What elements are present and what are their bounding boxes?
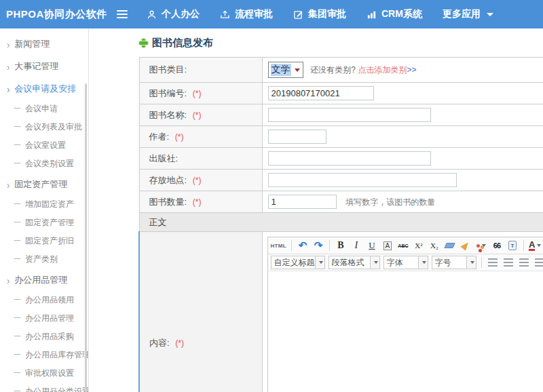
dash-icon: 一 bbox=[14, 350, 21, 360]
caret-down-icon bbox=[537, 244, 541, 247]
dash-icon: 一 bbox=[14, 295, 21, 305]
publisher-input[interactable] bbox=[268, 151, 431, 165]
location-input[interactable] bbox=[268, 173, 457, 187]
quantity-hint: 填写数字，该图书的数量 bbox=[345, 197, 435, 207]
form-row-book-no: 图书编号: (*) bbox=[139, 83, 543, 104]
add-category-link[interactable]: 点击添加类别 bbox=[358, 65, 407, 75]
sidebar-item-meeting-apply[interactable]: 一 会议申请 bbox=[0, 100, 88, 118]
font-size-combo[interactable]: 字号 bbox=[432, 256, 476, 269]
field-label: 图书数量: bbox=[149, 197, 187, 207]
sidebar-item-supplies-purchase[interactable]: 一 办公用品采购 bbox=[0, 328, 88, 346]
sidebar-item-supplies-inventory[interactable]: 一 办公用品库存管理 bbox=[0, 346, 88, 364]
nav-process-approval[interactable]: 流程审批 bbox=[220, 8, 273, 20]
auto-typeset-icon[interactable] bbox=[475, 239, 487, 252]
align-center-icon[interactable] bbox=[502, 256, 514, 269]
nav-personal-office[interactable]: 个人办公 bbox=[147, 8, 200, 20]
nav-label: 更多应用 bbox=[443, 8, 481, 20]
chevron-right-icon: › bbox=[7, 83, 10, 94]
sidebar-item-supplies-manage[interactable]: 一 办公用品管理 bbox=[0, 309, 88, 328]
undo-icon[interactable]: ↶ bbox=[297, 239, 309, 252]
font-color-icon[interactable]: A bbox=[529, 239, 541, 252]
sidebar-item-meeting-room[interactable]: 一 会议室设置 bbox=[0, 136, 88, 155]
sidebar-item-asset-category[interactable]: 一 资产类别 bbox=[0, 250, 88, 269]
add-plus-icon bbox=[139, 39, 148, 47]
editor-toolbar-row1: HTML ↶ ↷ B I U A ABC X² X₂ bbox=[268, 237, 543, 254]
dash-icon: 一 bbox=[14, 140, 21, 151]
sidebar-group-events[interactable]: › 大事记管理 bbox=[0, 55, 88, 77]
sidebar-group-news[interactable]: › 新闻管理 bbox=[0, 33, 88, 55]
subscript-icon[interactable]: X₂ bbox=[428, 239, 441, 252]
field-label: 内容: bbox=[149, 338, 170, 348]
align-right-icon[interactable] bbox=[518, 256, 530, 269]
required-mark: (*) bbox=[175, 338, 184, 348]
book-form: 图书类目: 文学 还没有类别? 点击添加类别>> 图书编号: (*) bbox=[138, 57, 543, 392]
nav-crm-system[interactable]: CRM系统 bbox=[367, 8, 422, 20]
field-label: 存放地点: bbox=[149, 175, 187, 185]
dash-icon: 一 bbox=[14, 236, 21, 246]
chevron-right-icon: › bbox=[7, 274, 10, 286]
font-family-combo[interactable]: 字体 bbox=[383, 256, 428, 269]
dash-icon: 一 bbox=[14, 104, 21, 114]
custom-title-combo[interactable]: 自定义标题 bbox=[271, 256, 325, 269]
dash-icon: 一 bbox=[14, 332, 21, 342]
dash-icon: 一 bbox=[14, 313, 21, 324]
caret-down-icon bbox=[319, 261, 323, 264]
author-input[interactable] bbox=[268, 130, 326, 144]
user-icon bbox=[147, 9, 157, 20]
sidebar-item-meeting-list[interactable]: 一 会议列表及审批 bbox=[0, 118, 88, 136]
nav-label: 个人办公 bbox=[162, 8, 200, 20]
sidebar-item-meeting-category[interactable]: 一 会议类别设置 bbox=[0, 155, 88, 173]
font-border-icon[interactable]: A bbox=[383, 241, 392, 250]
bold-icon[interactable]: B bbox=[335, 239, 347, 252]
field-label: 作者: bbox=[149, 132, 170, 142]
html-source-button[interactable]: HTML bbox=[271, 239, 286, 252]
toolbar-separator bbox=[329, 240, 330, 251]
italic-icon[interactable]: I bbox=[350, 239, 362, 252]
sidebar-group-meeting[interactable]: › 会议申请及安排 bbox=[0, 77, 88, 100]
form-row-content: 内容: (*) HTML ↶ ↷ B I U bbox=[139, 232, 543, 392]
sidebar-group-supplies[interactable]: › 办公用品管理 bbox=[0, 269, 88, 291]
align-justify-icon[interactable] bbox=[533, 256, 543, 269]
book-name-input[interactable] bbox=[268, 108, 431, 122]
align-left-icon[interactable] bbox=[487, 256, 499, 269]
field-label: 图书类目: bbox=[149, 64, 187, 75]
underline-icon[interactable]: U bbox=[366, 239, 378, 252]
sidebar-group-assets[interactable]: › 固定资产管理 bbox=[0, 173, 88, 195]
page: PHPOA协同办公软件 个人办公 流程审批 bbox=[0, 0, 543, 392]
menu-toggle-icon[interactable] bbox=[117, 10, 128, 18]
book-no-input[interactable] bbox=[268, 86, 374, 100]
quantity-input[interactable] bbox=[268, 195, 337, 209]
paragraph-format-combo[interactable]: 段落格式 bbox=[329, 256, 380, 269]
sidebar-item-asset-depreciation[interactable]: 一 固定资产折旧 bbox=[0, 232, 88, 250]
blockquote-icon[interactable]: 66 bbox=[491, 239, 503, 252]
sidebar-scrollbar[interactable] bbox=[85, 83, 87, 392]
topbar: PHPOA协同办公软件 个人办公 流程审批 bbox=[0, 0, 543, 28]
dash-icon: 一 bbox=[14, 199, 21, 210]
editor-content-area[interactable] bbox=[268, 271, 543, 392]
category-hint: 还没有类别? bbox=[310, 65, 356, 75]
sidebar-item-supplies-claim[interactable]: 一 办公用品领用 bbox=[0, 291, 88, 309]
dash-icon: 一 bbox=[14, 254, 21, 264]
nav-group-approval[interactable]: 集团审批 bbox=[293, 8, 346, 20]
chart-icon bbox=[367, 9, 377, 20]
sidebar-item-supplies-category[interactable]: 一 办公用品分类设置 bbox=[0, 383, 88, 392]
toolbar-separator bbox=[291, 240, 292, 251]
format-brush-icon[interactable] bbox=[460, 239, 472, 252]
paste-icon[interactable]: T bbox=[506, 239, 519, 252]
sidebar-item-asset-manage[interactable]: 一 固定资产管理 bbox=[0, 214, 88, 232]
required-mark: (*) bbox=[193, 197, 202, 207]
sidebar-item-approval-permission[interactable]: 一 审批权限设置 bbox=[0, 364, 88, 383]
section-label: 正文 bbox=[149, 217, 167, 227]
category-select[interactable]: 文学 bbox=[268, 62, 303, 78]
add-category-arrows[interactable]: >> bbox=[407, 65, 416, 75]
sidebar-item-asset-add[interactable]: 一 增加固定资产 bbox=[0, 195, 88, 214]
nav-more-apps[interactable]: 更多应用 bbox=[443, 8, 493, 20]
redo-icon[interactable]: ↷ bbox=[312, 239, 324, 252]
required-mark: (*) bbox=[193, 111, 202, 120]
eraser-icon[interactable] bbox=[444, 239, 456, 252]
form-section-body: 正文 bbox=[139, 213, 543, 232]
superscript-icon[interactable]: X² bbox=[413, 239, 425, 252]
select-arrow-icon bbox=[295, 68, 300, 72]
strikethrough-icon[interactable]: ABC bbox=[397, 239, 409, 252]
top-nav: 个人办公 流程审批 集团审批 bbox=[147, 8, 493, 20]
